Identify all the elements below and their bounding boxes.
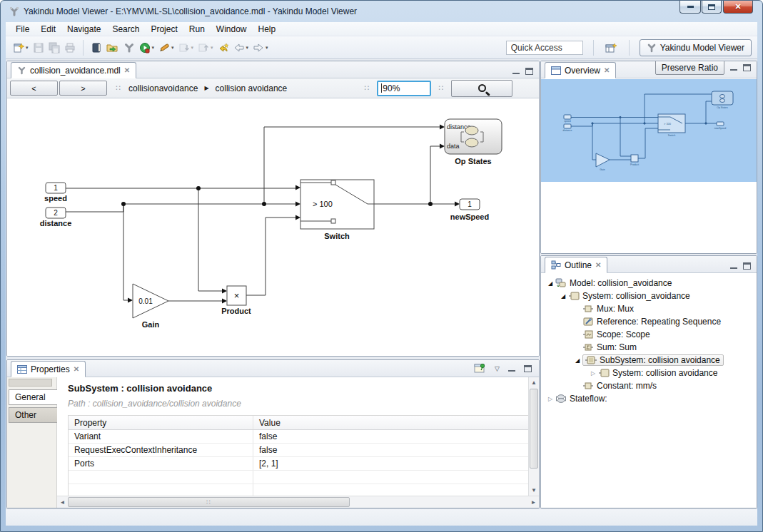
tab-close-icon[interactable]: ✕ xyxy=(604,66,610,74)
scroll-down-icon[interactable]: ▼ xyxy=(529,485,539,496)
tree-item-system-child[interactable]: ▷ System: collision avoidance xyxy=(541,367,757,379)
svg-text:Gain: Gain xyxy=(142,320,160,329)
maximize-panel-icon[interactable] xyxy=(524,365,532,372)
scroll-up-icon[interactable]: ▲ xyxy=(529,377,539,388)
book-button[interactable] xyxy=(89,40,103,56)
view-menu-icon[interactable]: ▽ xyxy=(495,365,500,372)
tree-item-system[interactable]: ◢ System: collision_avoidance xyxy=(541,290,757,302)
vertical-scroll-thumb[interactable] xyxy=(530,389,538,469)
zoom-level-input[interactable]: 90% xyxy=(377,81,431,96)
table-row[interactable]: RequestExecContextInheritance false xyxy=(69,444,528,457)
tree-item-label: SubSystem: collision avoidance xyxy=(600,355,720,365)
load-model-button[interactable] xyxy=(105,40,121,56)
maximize-panel-icon[interactable] xyxy=(743,262,751,270)
tree-item-reference[interactable]: Reference: Repeating Sequence xyxy=(541,315,757,328)
menu-file[interactable]: File xyxy=(10,23,35,36)
tree-item-constant[interactable]: Constant: mm/s xyxy=(541,379,757,392)
block-speed[interactable]: 1 speed xyxy=(44,183,67,203)
svg-text:> 100: > 100 xyxy=(313,200,333,208)
window-minimize-button[interactable] xyxy=(679,1,701,14)
window-close-button[interactable]: ✕ xyxy=(723,1,753,14)
svg-text:> 100: > 100 xyxy=(664,122,672,126)
menu-search[interactable]: Search xyxy=(106,23,145,36)
side-tab-other[interactable]: Other xyxy=(9,407,57,423)
next-annotation-button[interactable]: ▾ xyxy=(177,40,196,56)
menu-edit[interactable]: Edit xyxy=(35,23,61,36)
table-row[interactable]: Ports [2, 1] xyxy=(69,457,528,471)
perspective-yakindu-button[interactable]: Yakindu Model Viewer xyxy=(640,39,752,56)
maximize-panel-icon[interactable] xyxy=(525,68,533,75)
print-button[interactable] xyxy=(63,40,77,56)
maximize-panel-icon[interactable] xyxy=(743,64,751,71)
quick-access-input[interactable] xyxy=(506,41,583,55)
tab-outline[interactable]: Outline ✕ xyxy=(545,257,607,273)
tab-overview[interactable]: Overview ✕ xyxy=(545,62,616,78)
status-bar xyxy=(6,508,757,526)
tree-item-subsystem[interactable]: ◢ SubSystem: collision avoidance xyxy=(541,354,757,367)
save-button[interactable] xyxy=(31,40,46,56)
horizontal-scrollbar[interactable]: ◄ ∷ ► xyxy=(57,496,539,508)
diagram-canvas[interactable]: 1 speed 2 distance 0.01 Gain xyxy=(7,99,539,356)
collapsed-icon[interactable]: ▷ xyxy=(588,370,598,377)
expanded-icon[interactable]: ◢ xyxy=(545,280,555,287)
run-button[interactable]: ▾ xyxy=(138,40,156,56)
tab-close-icon[interactable]: ✕ xyxy=(124,66,130,74)
scroll-left-icon[interactable]: ◄ xyxy=(57,496,68,508)
block-switch[interactable]: > 100 Switch xyxy=(300,180,374,240)
minimize-panel-icon[interactable] xyxy=(508,366,515,372)
tree-item-sum[interactable]: Sum: Sum xyxy=(541,341,757,354)
new-wizard-button[interactable]: ▾ xyxy=(11,40,30,56)
model-icon xyxy=(555,278,567,288)
tree-item-scope[interactable]: Scope: Scope xyxy=(541,328,757,341)
tree-item-model[interactable]: ◢ Model: collision_avoidance xyxy=(541,277,757,290)
block-op-states[interactable]: distance data Op States xyxy=(445,119,502,165)
vertical-scrollbar[interactable]: ▲ ▼ xyxy=(528,377,539,496)
block-distance[interactable]: 2 distance xyxy=(40,208,72,227)
tab-properties[interactable]: Properties ✕ xyxy=(11,361,86,377)
breadcrumb-root[interactable]: collisionavoidance xyxy=(128,83,198,93)
forward-button[interactable]: ▾ xyxy=(251,40,270,56)
menu-help[interactable]: Help xyxy=(253,23,282,36)
tree-item-stateflow[interactable]: ▷ Stateflow: xyxy=(541,392,757,405)
titlebar[interactable]: Yakindu Model Viewer - E:\YMV\ML-SL\coll… xyxy=(1,1,762,22)
last-edit-location-button[interactable] xyxy=(216,40,231,56)
back-button[interactable]: ▾ xyxy=(232,40,251,56)
menu-window[interactable]: Window xyxy=(211,23,253,36)
block-gain[interactable]: 0.01 Gain xyxy=(133,284,168,329)
highlight-button[interactable]: ▾ xyxy=(157,40,176,56)
side-tab-general[interactable]: General xyxy=(9,389,57,405)
table-header-row: Property Value xyxy=(69,416,528,430)
open-perspective-button[interactable] xyxy=(604,40,619,56)
menu-project[interactable]: Project xyxy=(145,23,183,36)
expanded-icon[interactable]: ◢ xyxy=(572,357,582,364)
diagram-back-button[interactable]: < xyxy=(10,81,58,96)
expanded-icon[interactable]: ◢ xyxy=(558,293,568,300)
tree-item-mux[interactable]: Mux: Mux xyxy=(541,302,757,315)
pin-view-icon[interactable] xyxy=(474,363,486,374)
preserve-ratio-button[interactable]: Preserve Ratio xyxy=(655,61,724,75)
menu-run[interactable]: Run xyxy=(183,23,211,36)
window-maximize-button[interactable] xyxy=(702,1,722,14)
diagram-search-button[interactable] xyxy=(451,80,512,97)
horizontal-scroll-thumb[interactable]: ∷ xyxy=(68,497,350,507)
properties-tabbar: Properties ✕ ▽ xyxy=(7,360,539,377)
tab-close-icon[interactable]: ✕ xyxy=(595,261,601,269)
menu-navigate[interactable]: Navigate xyxy=(61,23,106,36)
minimize-panel-icon[interactable] xyxy=(730,263,737,269)
tab-collision-avoidance[interactable]: collision_avoidance.mdl ✕ xyxy=(11,62,136,78)
minimize-panel-icon[interactable] xyxy=(512,68,520,74)
diagram-forward-button[interactable]: > xyxy=(59,81,107,96)
overview-viewport[interactable]: speed distance Gain Product Switch > 100… xyxy=(541,79,757,182)
collapsed-icon[interactable]: ▷ xyxy=(545,396,555,402)
svg-text:1: 1 xyxy=(468,200,472,208)
tab-close-icon[interactable]: ✕ xyxy=(74,365,79,373)
scroll-right-icon[interactable]: ► xyxy=(528,496,539,508)
minimize-panel-icon[interactable] xyxy=(730,65,737,71)
previous-annotation-button[interactable]: ▾ xyxy=(196,40,215,56)
breadcrumb-current[interactable]: collision avoidance xyxy=(216,83,288,93)
tree-item-label: Constant: mm/s xyxy=(597,381,657,391)
svg-text:speed: speed xyxy=(564,120,571,123)
save-all-button[interactable] xyxy=(47,40,61,56)
yakindu-button[interactable] xyxy=(122,40,136,56)
table-row[interactable]: Variant false xyxy=(69,430,528,444)
